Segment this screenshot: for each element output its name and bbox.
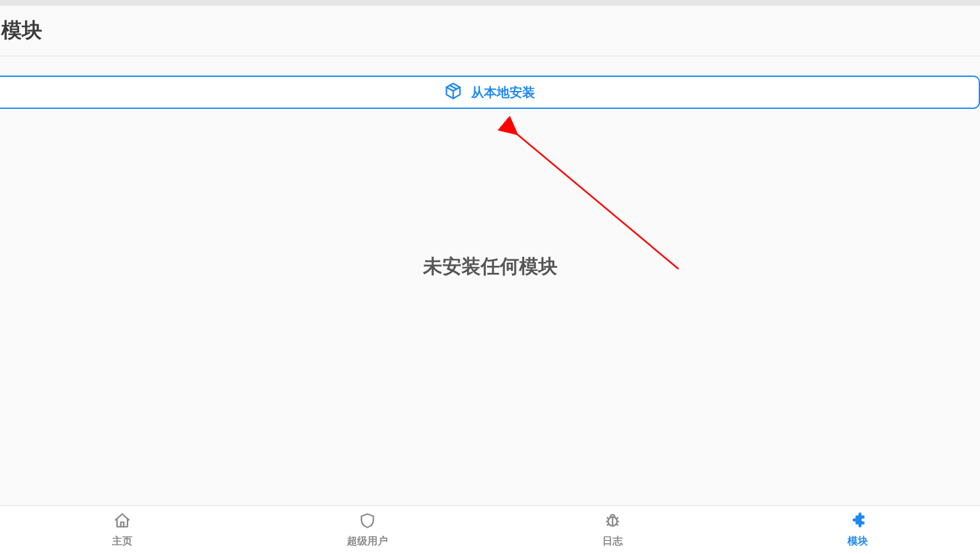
install-from-local-label: 从本地安装 — [471, 84, 535, 101]
status-bar — [0, 0, 980, 6]
shield-icon — [358, 512, 376, 532]
page-title: 模块 — [1, 17, 42, 45]
nav-modules[interactable]: 模块 — [735, 506, 980, 554]
nav-superuser[interactable]: 超级用户 — [245, 506, 490, 554]
nav-label: 超级用户 — [347, 535, 388, 548]
title-bar: 模块 — [0, 6, 980, 56]
home-icon — [113, 512, 131, 532]
bottom-nav: 主页 超级用户 日志 模 — [0, 505, 980, 554]
empty-state-message: 未安装任何模块 — [0, 254, 980, 280]
nav-label: 模块 — [847, 535, 868, 548]
package-open-icon — [444, 82, 462, 103]
nav-logs[interactable]: 日志 — [490, 506, 735, 554]
app-root: 模块 从本地安装 未安装任何模块 CSDN @火焰蔷薇 — [0, 0, 980, 554]
install-from-local-button[interactable]: 从本地安装 — [0, 76, 980, 109]
nav-home[interactable]: 主页 — [0, 506, 245, 554]
puzzle-icon — [849, 512, 867, 532]
bug-icon — [604, 512, 622, 532]
content-area: 从本地安装 未安装任何模块 — [0, 56, 980, 280]
nav-label: 日志 — [602, 535, 623, 548]
nav-label: 主页 — [112, 535, 133, 548]
